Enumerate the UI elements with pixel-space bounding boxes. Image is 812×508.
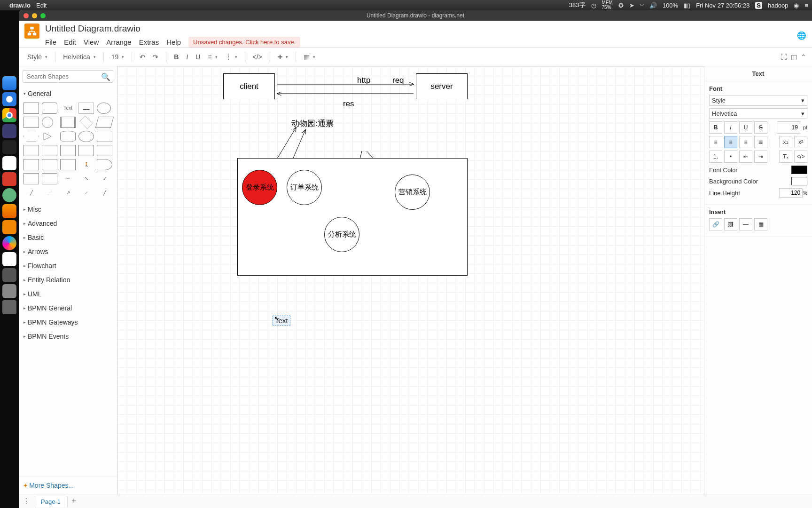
dock-trash[interactable] [2, 300, 16, 314]
cat-general[interactable]: ▾General [19, 87, 117, 101]
shape-rect[interactable] [23, 103, 39, 114]
align-dropdown[interactable]: ≡ [205, 52, 220, 62]
menu-file[interactable]: File [45, 38, 56, 46]
clear-format[interactable]: Tₓ [779, 151, 792, 163]
dock-drawio[interactable] [2, 220, 16, 234]
canvas[interactable]: client server http req res 动物园:通票 登录系统 订… [117, 66, 704, 494]
cat-flowchart[interactable]: ▸Flowchart [19, 259, 117, 273]
battery-text[interactable]: 100% [663, 2, 678, 9]
maximize-button[interactable] [40, 13, 46, 18]
shape-square[interactable] [23, 117, 39, 128]
shape-circle[interactable] [42, 117, 53, 128]
dock-atom[interactable] [2, 188, 16, 202]
menu-arrange[interactable]: Arrange [106, 38, 131, 46]
bgcolor-swatch[interactable] [791, 177, 807, 185]
dock-code[interactable] [2, 252, 16, 266]
shape-parallelogram[interactable] [95, 117, 114, 128]
dock-app1[interactable] [2, 268, 16, 282]
close-button[interactable] [23, 13, 29, 18]
fmt-bold[interactable]: B [709, 121, 722, 134]
fmt-underline[interactable]: U [739, 121, 752, 134]
menu-icon[interactable]: ≡ [804, 2, 808, 9]
dock-firefox[interactable] [2, 204, 16, 218]
shape-internal[interactable] [23, 145, 39, 156]
shape-curve[interactable]: 〰 [60, 173, 76, 184]
insert-table[interactable]: ▦ [754, 218, 767, 230]
align-left[interactable]: ≡ [709, 136, 722, 148]
dock-chrome[interactable] [2, 108, 16, 122]
menu-view[interactable]: View [84, 38, 99, 46]
menubar-app[interactable]: draw.io [9, 2, 31, 9]
dock-finder[interactable] [2, 76, 16, 90]
shape-textbox[interactable]: ▬▬ [78, 103, 94, 114]
cat-advanced[interactable]: ▸Advanced [19, 216, 117, 230]
dock-textedit[interactable] [2, 156, 16, 170]
fontsize-dropdown[interactable]: 19 [109, 52, 127, 62]
dock-color[interactable] [2, 236, 16, 250]
list-dropdown[interactable]: ⋮ [222, 52, 240, 62]
shape-triangle[interactable] [42, 131, 57, 142]
titlebar[interactable]: Untitled Diagram.drawio - diagrams.net [19, 10, 812, 21]
username[interactable]: hadoop [768, 2, 788, 9]
menu-extras[interactable]: Extras [139, 38, 159, 46]
node-marketing[interactable]: 营销系统 [395, 175, 430, 210]
cat-arrows[interactable]: ▸Arrows [19, 245, 117, 259]
s-icon[interactable]: S [755, 2, 762, 9]
menubar-edit[interactable]: Edit [36, 2, 47, 9]
doc-title[interactable]: Untitled Diagram.drawio [45, 24, 300, 34]
html-button[interactable]: </> [250, 52, 265, 62]
shape-cylinder[interactable] [60, 131, 76, 142]
unsaved-banner[interactable]: Unsaved changes. Click here to save. [188, 37, 300, 48]
lineheight-input[interactable] [779, 188, 803, 198]
cat-bpmn-events[interactable]: ▸BPMN Events [19, 329, 117, 343]
node-order[interactable]: 订单系统 [287, 170, 322, 205]
cat-entity[interactable]: ▸Entity Relation [19, 273, 117, 287]
list-unordered[interactable]: • [724, 151, 737, 163]
dock-safari[interactable] [2, 92, 16, 106]
edit-html[interactable]: </> [794, 151, 807, 163]
shape-document[interactable] [97, 131, 112, 142]
siri-icon[interactable]: ◉ [794, 2, 799, 9]
shape-hexagon[interactable] [23, 131, 39, 142]
font-size-input[interactable] [777, 121, 800, 134]
shape-process[interactable] [60, 117, 76, 128]
language-button[interactable]: 🌐 [797, 31, 806, 40]
shape-line2[interactable]: ⋰ [42, 187, 57, 198]
insert-hr[interactable]: — [739, 218, 752, 230]
node-server[interactable]: server [416, 73, 468, 99]
clock-icon[interactable]: ◷ [591, 2, 596, 9]
shape-or[interactable] [97, 159, 112, 170]
add-page[interactable]: + [71, 496, 77, 506]
node-analysis[interactable]: 分析系统 [324, 217, 359, 252]
shape-card[interactable] [42, 159, 57, 170]
dock-pdf[interactable] [2, 172, 16, 186]
location-icon[interactable]: ➤ [629, 2, 634, 9]
fmt-strike[interactable]: S [754, 121, 767, 134]
shape-cube[interactable] [42, 145, 57, 156]
cat-bpmn-general[interactable]: ▸BPMN General [19, 301, 117, 315]
subscript[interactable]: x₂ [779, 136, 792, 148]
indent-dec[interactable]: ⇤ [739, 151, 752, 163]
collapse-button[interactable]: ⌃ [801, 53, 806, 61]
shape-and[interactable] [23, 173, 39, 184]
cat-bpmn-gateways[interactable]: ▸BPMN Gateways [19, 315, 117, 329]
fullscreen-button[interactable]: ⛶ [781, 53, 787, 61]
align-center[interactable]: ≡ [724, 136, 737, 148]
superscript[interactable]: x² [794, 136, 807, 148]
shape-data[interactable] [42, 173, 57, 184]
shape-cloud[interactable] [78, 131, 94, 142]
font-dropdown[interactable]: Helvetica [60, 52, 99, 62]
shape-text[interactable]: Text [60, 103, 76, 114]
battery-icon[interactable]: ▮▯ [684, 2, 690, 9]
shape-arrow[interactable]: ➶ [97, 173, 112, 184]
fontcolor-swatch[interactable] [791, 166, 807, 174]
shape-note[interactable] [23, 159, 39, 170]
shape-trapezoid[interactable] [78, 145, 94, 156]
node-client[interactable]: client [223, 73, 275, 99]
bold-button[interactable]: B [171, 52, 181, 62]
globe-icon[interactable]: ✪ [618, 2, 624, 9]
shape-line5[interactable]: ╱ [97, 187, 112, 198]
shape-callout[interactable] [60, 159, 76, 170]
app-logo[interactable] [24, 24, 39, 39]
menu-edit[interactable]: Edit [64, 38, 76, 46]
